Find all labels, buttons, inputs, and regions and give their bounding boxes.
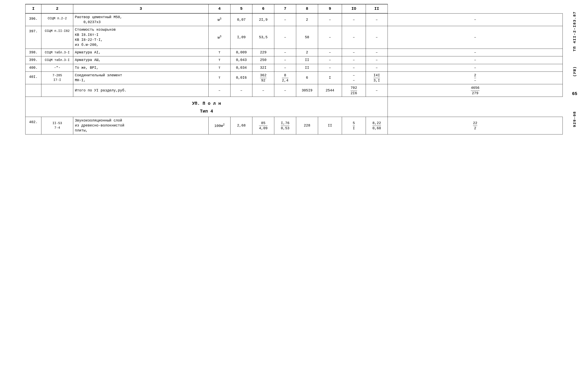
row-col9: – <box>342 49 366 56</box>
row-col10-frac: 8,22 0,68 <box>366 117 388 134</box>
table-row-itogo: Итого по УI разделу,руб. – – – – 305I9 2… <box>25 84 563 97</box>
row-col11: – <box>388 64 563 72</box>
row-col5: 32I <box>252 64 274 72</box>
table-row: 399. ССЦМ табл.3-I Арматура АШ, т 0,043 … <box>25 56 563 64</box>
row-num: 402. <box>25 117 41 134</box>
row-col9: – <box>342 56 366 64</box>
row-desc: То же, ВРI, <box>73 64 209 72</box>
row-col7: II <box>296 64 318 72</box>
section-title-row: УП. П о л н Тип 4 <box>25 97 563 117</box>
row-col11: – <box>388 26 563 49</box>
row-code-blank <box>41 84 73 97</box>
section-title: УП. П о л н Тип 4 <box>25 97 388 117</box>
row-code: ССЦМ п.II-I82 <box>41 26 73 49</box>
row-col8-val: 2544 <box>318 84 342 97</box>
row-col7: 2 <box>296 49 318 56</box>
row-code: 7-285I7-I <box>41 72 73 84</box>
row-col4: 0,034 <box>230 64 252 72</box>
table-row: 397. ССЦМ п.II-I82 Стоимость козырьковКВ… <box>25 26 563 49</box>
sidebar-label2: (УШ) <box>572 66 577 77</box>
row-unit: т <box>209 56 230 64</box>
header-col5: 5 <box>230 4 252 13</box>
row-code: -"- <box>41 64 73 72</box>
row-unit: м3 <box>209 13 230 26</box>
main-table: I 2 3 4 5 6 7 8 9 IO II 396. ССЦМ п.2-2 … <box>25 4 563 134</box>
row-col7: 58 <box>296 26 318 49</box>
sidebar-label1: ТП 4II-2-I83.87 <box>572 11 577 51</box>
table-row: 398. ССЦМ табл.3-I Арматура АI, т 0,009 … <box>25 49 563 56</box>
row-col11: – <box>388 13 563 26</box>
header-col7: 7 <box>274 4 296 13</box>
row-col6: – <box>274 13 296 26</box>
row-col4: 0,0I6 <box>230 72 252 84</box>
row-col4: 0,07 <box>230 13 252 26</box>
row-unit: м3 <box>209 26 230 49</box>
header-col6: 6 <box>252 4 274 13</box>
row-col7: II <box>296 56 318 64</box>
row-col11-frac: 2 – <box>388 72 563 84</box>
header-col2: 2 <box>41 4 73 13</box>
row-num: 40I. <box>25 72 41 84</box>
row-col6-frac: 8 2,4 <box>274 72 296 84</box>
sidebar-label3: 65 <box>572 91 577 97</box>
row-col11-frac: 22 2 <box>388 117 563 134</box>
table-row: 400. -"- То же, ВРI, т 0,034 32I – II – … <box>25 64 563 72</box>
row-col5-dash: – <box>252 84 274 97</box>
row-col7: 2 <box>296 13 318 26</box>
table-row: 40I. 7-285I7-I Соединительный элементМН-… <box>25 72 563 84</box>
row-desc: Соединительный элементМН-I, <box>73 72 209 84</box>
row-col7: 228 <box>296 117 318 134</box>
row-num: 399. <box>25 56 41 64</box>
row-desc: Арматура АШ, <box>73 56 209 64</box>
row-col6: – <box>274 49 296 56</box>
row-col9-frac: 5 I <box>342 117 366 134</box>
page-wrapper: I 2 3 4 5 6 7 8 9 IO II 396. ССЦМ п.2-2 … <box>25 4 563 134</box>
row-col8: – <box>318 26 342 49</box>
row-col9-frac: 702 2I6 <box>342 84 366 97</box>
row-col5-frac: 85 4,09 <box>252 117 274 134</box>
table-row: 402. II-537-4 Звукоизоляционный слойиз д… <box>25 117 563 134</box>
row-col9: – <box>342 13 366 26</box>
row-code: ССЦМ табл.3-I <box>41 49 73 56</box>
row-col8: – <box>318 13 342 26</box>
table-header: I 2 3 4 5 6 7 8 9 IO II <box>25 4 563 13</box>
row-unit: т <box>209 49 230 56</box>
row-col5: 53,5 <box>252 26 274 49</box>
row-col10: – <box>366 26 388 49</box>
row-col4: 0,043 <box>230 56 252 64</box>
row-col10: – <box>366 13 388 26</box>
row-code: ССЦМ табл.3-I <box>41 56 73 64</box>
header-col3: 3 <box>73 4 209 13</box>
row-col4: 2,68 <box>230 117 252 134</box>
row-col4-dash: – <box>230 84 252 97</box>
row-col7: 6 <box>296 72 318 84</box>
row-col9: – <box>342 64 366 72</box>
row-desc: Раотвор цементный М50, 0,0237х3 <box>73 13 209 26</box>
row-num: 397. <box>25 26 41 49</box>
row-col5: 2I,9 <box>252 13 274 26</box>
row-num: 398. <box>25 49 41 56</box>
row-col9: – <box>342 26 366 49</box>
row-col10-frac: I4I 3,I <box>366 72 388 84</box>
row-unit: 100м2 <box>209 117 230 134</box>
row-col5: 250 <box>252 56 274 64</box>
row-col11: – <box>388 49 563 56</box>
row-col11-frac: 4656 279 <box>388 84 563 97</box>
sidebar-label4: 929-08 <box>572 111 577 127</box>
row-code: ССЦМ п.2-2 <box>41 13 73 26</box>
row-col11: – <box>388 56 563 64</box>
row-desc-itogo: Итого по УI разделу,руб. <box>73 84 209 97</box>
header-col10: IO <box>342 4 366 13</box>
header-col9: 9 <box>318 4 342 13</box>
row-col6-frac: I,76 0,53 <box>274 117 296 134</box>
row-col7-val: 305I9 <box>296 84 318 97</box>
row-col6-dash: – <box>274 84 296 97</box>
row-col8: – <box>318 64 342 72</box>
row-col8: I <box>318 72 342 84</box>
row-unit: т <box>209 64 230 72</box>
row-desc: Арматура АI, <box>73 49 209 56</box>
row-unit-dash: – <box>209 84 230 97</box>
row-desc: Звукоизоляционный слойиз древесно-волокн… <box>73 117 209 134</box>
row-unit: т <box>209 72 230 84</box>
row-col10: – <box>366 64 388 72</box>
